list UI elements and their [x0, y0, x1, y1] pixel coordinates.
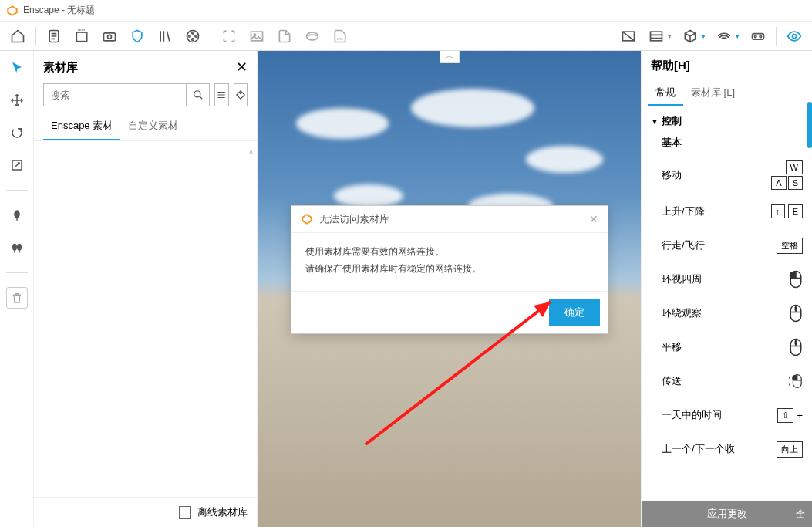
- mouse-double-icon: [789, 372, 803, 390]
- row-timeofday-label: 一天中的时间: [662, 408, 722, 422]
- export-image-icon[interactable]: [271, 25, 298, 48]
- svg-rect-33: [795, 306, 797, 311]
- clipboard-icon[interactable]: [41, 25, 67, 48]
- svg-text:EXE: EXE: [337, 37, 344, 41]
- app-logo-icon: [6, 5, 19, 17]
- svg-point-12: [307, 32, 318, 40]
- row-updown-label: 上升/下降: [662, 204, 705, 218]
- svg-rect-3: [104, 32, 116, 40]
- home-icon[interactable]: [5, 25, 31, 48]
- asset-panel-title: 素材库: [43, 60, 78, 75]
- title-bar: Enscape - 无标题 —: [0, 0, 812, 22]
- svg-point-21: [14, 210, 20, 218]
- row-prevnext-label: 上一个/下一个收: [662, 442, 735, 456]
- library-icon[interactable]: [152, 25, 178, 48]
- tree-multi-icon[interactable]: [6, 237, 28, 258]
- wing-icon[interactable]: [711, 25, 737, 48]
- row-look-label: 环视四周: [662, 272, 702, 286]
- row-pan-label: 平移: [662, 340, 682, 354]
- error-dialog: 无法访问素材库 ✕ 使用素材库需要有效的网络连接。 请确保在使用素材库时有稳定的…: [291, 205, 608, 334]
- image-icon[interactable]: [244, 25, 270, 48]
- asset-list-area: ∧: [34, 140, 257, 497]
- tab-assetlib[interactable]: 素材库 [L]: [683, 81, 743, 106]
- layers-icon[interactable]: [643, 25, 669, 48]
- tree-single-icon[interactable]: [6, 204, 28, 226]
- svg-point-6: [192, 32, 194, 34]
- subsection-basic: 基本: [662, 136, 803, 150]
- close-icon[interactable]: ✕: [589, 213, 598, 225]
- dropdown-caret-icon[interactable]: ▾: [668, 32, 676, 40]
- svg-point-8: [192, 38, 194, 40]
- extra-button[interactable]: 全: [789, 501, 812, 527]
- svg-rect-26: [19, 250, 20, 253]
- minimize-button[interactable]: —: [775, 5, 806, 17]
- svg-text:BIM: BIM: [78, 29, 85, 32]
- svg-point-4: [108, 35, 112, 39]
- search-icon[interactable]: [186, 84, 209, 106]
- vr-icon[interactable]: [745, 25, 771, 48]
- svg-point-9: [189, 35, 191, 37]
- window-title: Enscape - 无标题: [23, 4, 95, 17]
- svg-point-18: [760, 35, 762, 38]
- row-move-keys: W AS: [771, 160, 803, 190]
- svg-rect-25: [14, 250, 15, 253]
- bim-icon[interactable]: BIM: [69, 25, 95, 48]
- svg-rect-1: [76, 32, 86, 42]
- svg-point-19: [793, 34, 797, 38]
- render-viewport[interactable]: ︿ 无法访问素材库 ✕ 使用素材库需要有效的网络连接。 请确保在使用素材库时有稳…: [258, 51, 641, 527]
- ok-button[interactable]: 确定: [549, 299, 600, 326]
- help-panel-title: 帮助[H]: [642, 51, 812, 81]
- asset-library-panel: 素材库 ✕ Enscape 素材 自定义素材 ∧ 离线素材库 ‹: [34, 51, 258, 527]
- expand-viewport-icon[interactable]: ︿: [440, 51, 460, 63]
- row-move-label: 移动: [662, 168, 682, 182]
- no-image-icon[interactable]: [615, 25, 642, 48]
- help-panel: 帮助[H] 常规 素材库 [L] ▼ 控制 基本 移动 W AS 上: [641, 51, 812, 527]
- mouse-middle-icon: [789, 304, 803, 323]
- offline-label: 离线素材库: [197, 505, 248, 519]
- main-toolbar: BIM EXE ▾ ▾ ▾: [0, 22, 812, 51]
- mouse-left-icon: [789, 270, 803, 289]
- svg-rect-35: [795, 340, 797, 345]
- svg-rect-22: [16, 218, 18, 221]
- dialog-title: 无法访问素材库: [319, 212, 389, 226]
- offline-checkbox[interactable]: [179, 506, 191, 519]
- apply-button[interactable]: 应用更改: [642, 501, 812, 527]
- dialog-message-line1: 使用素材库需要有效的网络连接。: [305, 244, 594, 261]
- pointer-tool-icon[interactable]: [6, 57, 28, 79]
- svg-point-17: [754, 35, 756, 38]
- trash-icon[interactable]: [6, 287, 28, 309]
- reel-icon[interactable]: [180, 25, 206, 48]
- exe-icon[interactable]: EXE: [327, 25, 353, 48]
- tab-enscape-assets[interactable]: Enscape 素材: [43, 113, 120, 140]
- capture-icon[interactable]: [216, 25, 242, 48]
- tab-general[interactable]: 常规: [648, 81, 683, 106]
- eye-icon[interactable]: [96, 25, 123, 48]
- cube-icon[interactable]: [677, 25, 703, 48]
- pano-icon[interactable]: [299, 25, 325, 48]
- tag-icon[interactable]: [234, 83, 248, 106]
- svg-point-24: [17, 244, 22, 251]
- mouse-middle-icon: [789, 338, 803, 356]
- move-tool-icon[interactable]: [6, 90, 28, 111]
- scale-tool-icon[interactable]: [6, 154, 28, 176]
- row-walkfly-label: 行走/飞行: [662, 238, 705, 252]
- visibility-icon[interactable]: [781, 25, 807, 48]
- svg-point-27: [194, 91, 200, 97]
- shield-icon[interactable]: [124, 25, 150, 48]
- tab-custom-assets[interactable]: 自定义素材: [120, 113, 186, 140]
- dropdown-caret-icon[interactable]: ▾: [702, 32, 709, 40]
- rotate-tool-icon[interactable]: [6, 122, 28, 144]
- scrollbar-thumb[interactable]: [807, 102, 812, 148]
- app-logo-icon: [301, 213, 313, 225]
- scroll-up-icon[interactable]: ∧: [248, 147, 254, 156]
- close-icon[interactable]: ✕: [236, 59, 248, 76]
- svg-point-28: [240, 93, 241, 94]
- svg-point-7: [195, 35, 197, 37]
- left-tool-strip: [0, 51, 34, 527]
- list-view-icon[interactable]: [214, 83, 229, 106]
- section-control[interactable]: ▼ 控制: [651, 114, 803, 128]
- row-orbit-label: 环绕观察: [662, 306, 702, 320]
- search-input[interactable]: [44, 84, 186, 106]
- row-teleport-label: 传送: [662, 374, 682, 388]
- dropdown-caret-icon[interactable]: ▾: [736, 32, 743, 40]
